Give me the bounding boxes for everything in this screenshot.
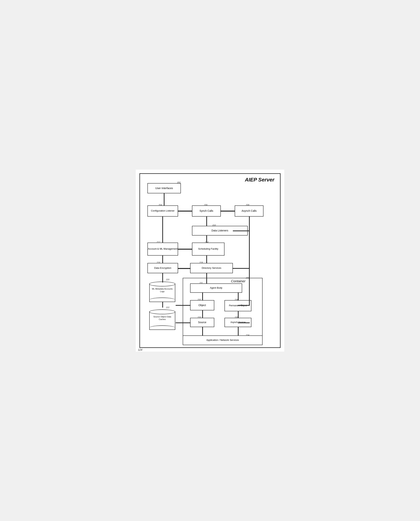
ref-208: 208 xyxy=(246,204,249,206)
ref-222: 222 xyxy=(166,306,169,309)
ref-235: 235 xyxy=(235,316,238,318)
asynch-calls-box: Asynch Calls xyxy=(235,205,263,217)
line-config-to-acct xyxy=(162,217,163,242)
source-object-label: Source Object Data Caches xyxy=(151,315,174,321)
line-perm-to-asynch-src xyxy=(238,311,239,318)
ml-metadata-label: ML Metadata Accounts Logs xyxy=(151,287,174,293)
line-enc-to-ml xyxy=(162,273,163,282)
line-config-to-synch xyxy=(178,211,192,211)
line-sched-to-dir xyxy=(206,256,207,263)
ref-204: 204 xyxy=(158,204,162,206)
line-obj-to-src xyxy=(202,310,203,318)
ref-220: 220 xyxy=(166,279,169,281)
object-box: Object xyxy=(190,300,214,310)
user-interfaces-box: User Interfaces xyxy=(147,183,181,193)
directory-services-box: Directory Services xyxy=(190,263,233,273)
ref-233: 233 xyxy=(198,316,201,318)
diagram-ref: 124 xyxy=(138,348,142,351)
page: AIEP Server User Interfaces 202 Configur… xyxy=(136,170,284,352)
line-cache-to-src xyxy=(176,322,190,323)
ref-234: 234 xyxy=(235,298,238,301)
line-asynch-down xyxy=(249,217,250,268)
ref-224: 224 xyxy=(246,334,249,336)
line-src-to-app xyxy=(202,327,203,335)
line-synch-to-dl xyxy=(206,217,207,226)
synch-calls-box: Synch Calls xyxy=(192,205,221,217)
line-asynch-to-container xyxy=(249,269,250,305)
agent-body-box: Agent Body xyxy=(190,283,242,293)
line-ui-to-config xyxy=(164,193,165,205)
ref-206: 206 xyxy=(204,204,207,206)
line-asynchsrc-to-app xyxy=(238,327,239,335)
container-label: Container xyxy=(231,279,246,283)
ref-231: 231 xyxy=(199,282,203,284)
source-box: Source xyxy=(190,318,214,327)
scheduling-facility-box: Scheduling Facility xyxy=(192,242,225,256)
line-asynch-to-perm xyxy=(238,305,250,306)
source-object-cylinder: Source Object Data Caches xyxy=(149,308,175,330)
line-asynch-to-dl-h xyxy=(233,231,250,231)
diagram-border: AIEP Server User Interfaces 202 Configur… xyxy=(139,173,281,348)
line-agentbody-to-perm xyxy=(238,293,239,300)
line-enc-to-dir xyxy=(178,268,190,269)
diagram-title: AIEP Server xyxy=(245,177,274,183)
line-acct-to-enc xyxy=(162,256,163,263)
line-dl-to-sched xyxy=(206,235,207,242)
ref-202: 202 xyxy=(177,181,180,183)
ref-212: 212 xyxy=(157,241,160,243)
data-encryption-box: Data Encryption xyxy=(147,263,178,273)
ref-216: 216 xyxy=(157,261,160,264)
ref-230: 230 xyxy=(246,277,249,279)
ref-218: 218 xyxy=(199,261,203,264)
line-synch-to-asynch xyxy=(221,211,235,211)
line-agentbody-to-obj xyxy=(202,293,203,300)
line-cache-to-obj xyxy=(176,305,190,306)
line-dir-to-container xyxy=(206,273,207,283)
account-ml-box: Account & ML Management xyxy=(147,242,178,256)
line-asynch-to-asynch-src xyxy=(238,322,250,323)
permanent-object-box: Permanent Object xyxy=(225,300,251,311)
line-acct-to-sched xyxy=(178,249,192,250)
app-network-services-box: Application / Network Services xyxy=(183,335,262,345)
config-listener-box: Configuration Listener xyxy=(147,205,178,217)
line-asynch-to-dir xyxy=(233,268,250,269)
line-ml-to-cache xyxy=(162,302,163,308)
ref-210: 210 xyxy=(212,224,216,226)
ml-metadata-cylinder: ML Metadata Accounts Logs xyxy=(149,280,175,302)
ref-232: 232 xyxy=(198,298,201,301)
